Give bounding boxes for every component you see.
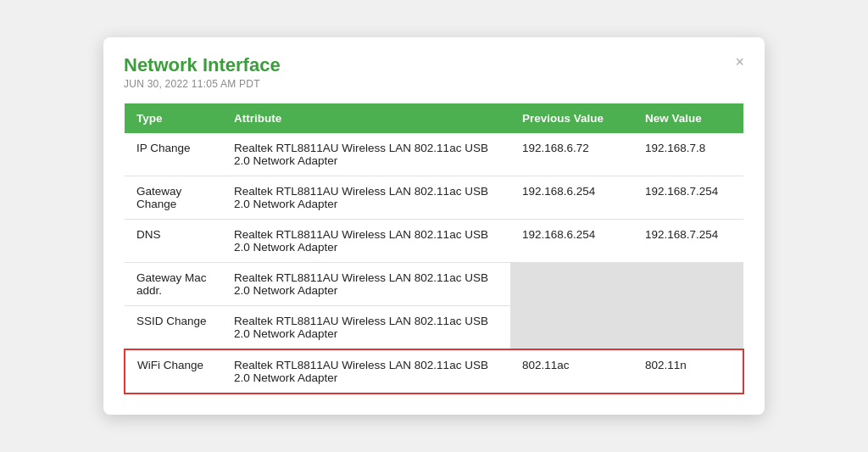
cell-attribute: Realtek RTL8811AU Wireless LAN 802.11ac … <box>222 176 510 220</box>
table-header-row: Type Attribute Previous Value New Value <box>125 103 743 133</box>
cell-new-value: 192.168.7.8 <box>633 133 743 176</box>
network-table: Type Attribute Previous Value New Value … <box>124 103 744 394</box>
cell-new-value <box>633 263 743 306</box>
cell-previous-value: 192.168.6.72 <box>510 133 633 176</box>
cell-attribute: Realtek RTL8811AU Wireless LAN 802.11ac … <box>222 306 510 350</box>
close-button[interactable]: × <box>730 53 749 71</box>
cell-previous-value: 192.168.6.254 <box>510 220 633 263</box>
cell-new-value <box>633 306 743 350</box>
cell-previous-value <box>510 306 633 350</box>
cell-type: Gateway Mac addr. <box>125 263 222 306</box>
col-header-previous-value: Previous Value <box>510 103 633 133</box>
table-row: Gateway ChangeRealtek RTL8811AU Wireless… <box>125 176 743 220</box>
cell-type: DNS <box>125 220 222 263</box>
cell-attribute: Realtek RTL8811AU Wireless LAN 802.11ac … <box>222 133 510 176</box>
table-row: WiFi ChangeRealtek RTL8811AU Wireless LA… <box>125 349 743 393</box>
cell-new-value: 192.168.7.254 <box>633 220 743 263</box>
modal-subtitle: JUN 30, 2022 11:05 AM PDT <box>124 78 744 90</box>
col-header-type: Type <box>125 103 222 133</box>
cell-attribute: Realtek RTL8811AU Wireless LAN 802.11ac … <box>222 220 510 263</box>
cell-type: SSID Change <box>125 306 222 350</box>
cell-type: WiFi Change <box>125 349 222 393</box>
cell-previous-value: 192.168.6.254 <box>510 176 633 220</box>
table-row: DNSRealtek RTL8811AU Wireless LAN 802.11… <box>125 220 743 263</box>
col-header-attribute: Attribute <box>222 103 510 133</box>
col-header-new-value: New Value <box>633 103 743 133</box>
cell-new-value: 802.11n <box>633 349 743 393</box>
cell-new-value: 192.168.7.254 <box>633 176 743 220</box>
table-row: IP ChangeRealtek RTL8811AU Wireless LAN … <box>125 133 743 176</box>
network-interface-modal: Network Interface JUN 30, 2022 11:05 AM … <box>103 37 765 415</box>
cell-type: IP Change <box>125 133 222 176</box>
cell-previous-value <box>510 263 633 306</box>
cell-attribute: Realtek RTL8811AU Wireless LAN 802.11ac … <box>222 263 510 306</box>
cell-type: Gateway Change <box>125 176 222 220</box>
modal-title: Network Interface <box>124 54 744 76</box>
table-row: SSID ChangeRealtek RTL8811AU Wireless LA… <box>125 306 743 350</box>
table-row: Gateway Mac addr.Realtek RTL8811AU Wirel… <box>125 263 743 306</box>
cell-attribute: Realtek RTL8811AU Wireless LAN 802.11ac … <box>222 349 510 393</box>
cell-previous-value: 802.11ac <box>510 349 633 393</box>
